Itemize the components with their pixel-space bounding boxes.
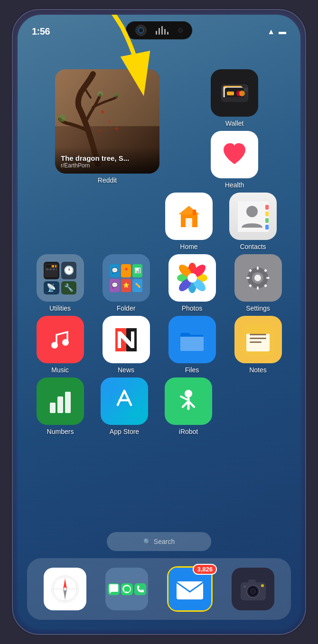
svg-rect-53 — [257, 286, 259, 290]
contacts-svg-icon — [238, 201, 269, 232]
di-bars — [156, 26, 168, 35]
home-label: Home — [180, 243, 197, 250]
svg-rect-28 — [265, 225, 269, 230]
svg-rect-37 — [56, 268, 57, 270]
svg-rect-68 — [250, 338, 266, 339]
svg-point-5 — [101, 110, 104, 113]
photos-svg-icon — [175, 261, 209, 295]
camera-icon — [238, 574, 269, 605]
music-svg-icon — [45, 324, 75, 355]
svg-rect-74 — [65, 392, 71, 413]
wifi-icon: ▲ — [267, 28, 275, 36]
svg-point-61 — [51, 342, 58, 349]
svg-rect-69 — [250, 341, 262, 343]
svg-point-62 — [62, 339, 69, 346]
svg-rect-91 — [177, 581, 203, 599]
reddit-subtitle: r/EarthPorn — [61, 162, 154, 169]
dock-camera[interactable] — [232, 568, 274, 610]
svg-point-4 — [114, 93, 119, 98]
svg-rect-97 — [248, 580, 256, 583]
photos-label: Photos — [182, 304, 203, 312]
dock-safari[interactable] — [44, 568, 86, 610]
svg-rect-35 — [49, 268, 52, 270]
app-home[interactable]: Home — [160, 193, 217, 250]
svg-point-98 — [261, 584, 264, 587]
reddit-label: Reddit — [98, 176, 117, 184]
health-svg-icon — [218, 139, 251, 170]
app-row-2: Home — [27, 193, 291, 250]
status-bar: 1:56 ▲ ▬ — [18, 15, 300, 41]
app-irobot[interactable]: iRobot — [160, 377, 217, 435]
app-wallet[interactable]: Wallet — [206, 69, 263, 127]
power-button[interactable] — [305, 143, 306, 190]
svg-point-51 — [254, 275, 261, 281]
svg-rect-22 — [186, 218, 192, 227]
svg-rect-23 — [193, 210, 196, 215]
svg-rect-89 — [134, 583, 146, 595]
app-row-4: Music News — [27, 316, 291, 374]
svg-point-96 — [250, 589, 256, 594]
numbers-svg-icon — [45, 386, 76, 417]
dock-messages[interactable] — [105, 568, 148, 610]
status-icons: ▲ ▬ — [267, 28, 286, 36]
volume-up-button[interactable] — [12, 133, 13, 166]
numbers-label: Numbers — [47, 428, 74, 435]
app-news[interactable]: News — [98, 316, 155, 374]
svg-rect-26 — [265, 212, 269, 216]
settings-svg-icon — [243, 263, 273, 294]
svg-rect-70 — [246, 328, 270, 334]
di-camera — [135, 25, 147, 36]
app-settings[interactable]: Settings — [230, 254, 287, 312]
app-files[interactable]: Files — [164, 316, 221, 374]
mail-icon — [173, 572, 207, 606]
mute-button[interactable] — [12, 105, 13, 124]
svg-rect-67 — [250, 334, 266, 335]
svg-point-99 — [244, 586, 246, 588]
notes-label: Notes — [249, 366, 267, 374]
app-folder[interactable]: 💬 📍 📊 💬 ⭐ ✏️ Folder — [98, 254, 155, 312]
svg-rect-32 — [52, 265, 54, 267]
phone-screen: 1:56 ▲ ▬ — [18, 15, 300, 629]
volume-down-button[interactable] — [12, 176, 13, 209]
svg-rect-55 — [266, 277, 270, 279]
files-label: Files — [185, 366, 199, 374]
dock-mail[interactable]: 3,826 — [167, 566, 213, 612]
svg-point-6 — [109, 120, 111, 122]
phone-icon — [134, 583, 146, 595]
settings-label: Settings — [246, 304, 270, 312]
app-row-3: 🕐 📡 🔧 Utilities 💬 📍 📊 💬 — [27, 254, 291, 312]
svg-rect-60 — [45, 324, 75, 355]
app-numbers[interactable]: Numbers — [32, 377, 89, 435]
app-health[interactable]: Health — [206, 131, 263, 189]
svg-rect-25 — [265, 205, 269, 210]
app-photos[interactable]: Photos — [164, 254, 221, 312]
app-grid: The dragon tree, S... r/EarthPorn Reddit — [18, 41, 300, 435]
app-contacts[interactable]: Contacts — [224, 193, 281, 250]
home-svg-icon — [174, 201, 205, 232]
svg-rect-34 — [46, 268, 48, 270]
appstore-label: App Store — [110, 428, 139, 435]
svg-rect-1 — [55, 69, 159, 126]
di-dot — [178, 28, 183, 33]
svg-rect-73 — [57, 396, 63, 413]
svg-point-29 — [246, 206, 258, 217]
search-bar[interactable]: 🔍 Search — [107, 532, 211, 551]
app-reddit[interactable]: The dragon tree, S... r/EarthPorn Reddit — [55, 69, 159, 184]
svg-rect-54 — [246, 277, 250, 279]
music-label: Music — [51, 366, 69, 374]
phone-frame: 1:56 ▲ ▬ — [12, 9, 306, 635]
whatsapp-icon — [121, 583, 133, 595]
folder-label: Folder — [117, 304, 136, 312]
app-notes[interactable]: Notes — [230, 316, 287, 374]
wallet-label: Wallet — [225, 120, 243, 127]
files-svg-icon — [177, 324, 207, 355]
wallet-svg-icon — [219, 80, 250, 106]
svg-rect-52 — [257, 267, 259, 270]
svg-rect-17 — [222, 97, 248, 101]
app-appstore[interactable]: App Store — [96, 377, 153, 435]
right-column: Wallet Health — [206, 69, 263, 189]
svg-point-2 — [58, 114, 66, 122]
battery-icon: ▬ — [279, 28, 286, 36]
app-music[interactable]: Music — [32, 316, 89, 374]
app-utilities[interactable]: 🕐 📡 🔧 Utilities — [32, 254, 89, 312]
